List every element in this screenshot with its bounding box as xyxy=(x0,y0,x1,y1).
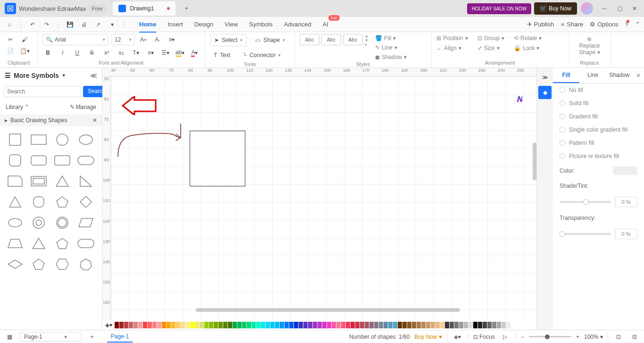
color-swatch[interactable] xyxy=(435,322,440,328)
maximize-button[interactable]: ▢ xyxy=(612,2,627,15)
color-swatch[interactable] xyxy=(497,322,501,328)
font-select[interactable]: 🔍Arial▾ xyxy=(42,34,109,45)
shape-right-triangle[interactable] xyxy=(76,174,95,189)
print-button[interactable]: 🖨 xyxy=(78,19,90,30)
line-dropdown[interactable]: ✎Line▾ xyxy=(375,43,407,52)
rectangle-shape[interactable] xyxy=(190,131,245,186)
color-swatch[interactable] xyxy=(256,322,260,328)
redo-button[interactable]: ↷ xyxy=(41,19,52,30)
shape-triangle[interactable] xyxy=(53,174,72,189)
paste-button[interactable]: 📋▾ xyxy=(19,45,30,57)
color-swatch[interactable] xyxy=(351,322,355,328)
shape-frame[interactable] xyxy=(29,174,48,189)
line-tab[interactable]: Line xyxy=(579,68,606,83)
style-preset[interactable]: Abc xyxy=(300,34,319,45)
holiday-sale-button[interactable]: HOLIDAY SALE ON NOW xyxy=(467,3,531,14)
color-swatch[interactable] xyxy=(266,322,270,328)
shape-ellipse[interactable] xyxy=(76,132,95,147)
color-swatch[interactable] xyxy=(209,322,213,328)
color-swatch[interactable] xyxy=(119,322,124,328)
color-swatch[interactable] xyxy=(214,322,218,328)
color-swatch[interactable] xyxy=(129,322,133,328)
color-swatch[interactable] xyxy=(148,322,152,328)
color-swatch[interactable] xyxy=(360,322,364,328)
shape-stadium[interactable] xyxy=(76,236,95,251)
close-shapes-icon[interactable]: ✕ xyxy=(92,117,97,124)
color-swatch[interactable] xyxy=(384,322,388,328)
gradient-fill-option[interactable]: Gradient fill xyxy=(553,110,644,123)
fit-width-button[interactable]: ⊟ xyxy=(629,331,640,343)
zoom-in[interactable]: + xyxy=(576,334,579,340)
select-tool[interactable]: ➤Select▾ xyxy=(210,34,247,46)
page-tab[interactable]: Page-1 xyxy=(107,331,133,343)
color-swatch[interactable] xyxy=(190,322,194,328)
color-swatch[interactable] xyxy=(303,322,308,328)
color-swatch[interactable] xyxy=(313,322,317,328)
color-swatch[interactable] xyxy=(365,322,369,328)
curve-shape[interactable] xyxy=(116,124,186,161)
list-button[interactable]: ☰▾ xyxy=(160,47,171,59)
collapse-ribbon-button[interactable]: ⌃ xyxy=(635,21,640,28)
color-swatch[interactable] xyxy=(459,322,463,328)
shape-rounded-rect2[interactable] xyxy=(53,153,72,168)
color-swatch[interactable] xyxy=(157,322,161,328)
shadow-tab[interactable]: Shadow xyxy=(606,68,633,83)
color-swatch[interactable] xyxy=(492,322,496,328)
shape-rounded-sq[interactable] xyxy=(6,153,25,168)
focus-button[interactable]: ⊡ Focus xyxy=(473,334,495,340)
color-swatch[interactable] xyxy=(270,322,275,328)
minimize-button[interactable]: ─ xyxy=(597,2,612,15)
connector-tool[interactable]: └Connector▾ xyxy=(239,49,284,61)
color-swatch[interactable] xyxy=(431,322,435,328)
zoom-value[interactable]: 100% ▾ xyxy=(584,334,603,340)
decrease-font-button[interactable]: A- xyxy=(152,34,163,45)
color-swatch[interactable] xyxy=(124,322,128,328)
color-swatch[interactable] xyxy=(308,322,312,328)
color-swatch[interactable] xyxy=(204,322,209,328)
fill-panel-icon[interactable]: ◆ xyxy=(538,86,552,99)
color-swatch[interactable] xyxy=(506,322,510,328)
shape-pentagon[interactable] xyxy=(53,194,72,209)
collapse-left-icon[interactable]: ≪ xyxy=(90,72,97,79)
replace-shape-button[interactable]: Replace Shape xyxy=(579,42,600,56)
canvas[interactable]: 𝙉 xyxy=(111,76,536,320)
color-swatch[interactable] xyxy=(336,322,341,328)
color-swatch[interactable] xyxy=(233,322,237,328)
strikethrough-button[interactable]: S xyxy=(86,47,97,59)
color-swatch[interactable] xyxy=(332,322,336,328)
color-swatch[interactable] xyxy=(176,322,180,328)
color-swatch[interactable] xyxy=(322,322,326,328)
style-preset[interactable]: Abc xyxy=(321,34,341,45)
avatar[interactable] xyxy=(581,2,593,15)
shade-slider[interactable] xyxy=(560,201,611,203)
font-size-select[interactable]: 12▾ xyxy=(111,34,135,45)
color-swatch[interactable] xyxy=(374,322,378,328)
horizontal-scrollbar[interactable] xyxy=(196,308,460,312)
shape-hexagon[interactable] xyxy=(53,257,72,272)
shape-rect[interactable] xyxy=(29,132,48,147)
increase-font-button[interactable]: A+ xyxy=(138,34,149,45)
close-panel-button[interactable]: ✕ xyxy=(633,68,644,83)
publish-button[interactable]: ✈Publish xyxy=(527,21,554,28)
color-swatch[interactable] xyxy=(284,322,289,328)
shapes-section-header[interactable]: ▸ Basic Drawing Shapes✕ xyxy=(0,114,102,126)
color-swatch[interactable] xyxy=(251,322,256,328)
fit-page-button[interactable]: ⊡ xyxy=(613,331,624,343)
shape-pentagon2[interactable] xyxy=(53,236,72,251)
color-swatch[interactable] xyxy=(171,322,176,328)
layers-icon[interactable]: ◈▾ xyxy=(452,331,463,343)
library-label[interactable]: Library ⌃ xyxy=(6,104,29,110)
pattern-fill-option[interactable]: Pattern fill xyxy=(553,136,644,150)
shape-rounded-rect[interactable] xyxy=(29,153,48,168)
shape-parallelogram[interactable] xyxy=(76,215,95,230)
color-swatch[interactable] xyxy=(200,322,204,328)
color-swatch[interactable] xyxy=(299,322,303,328)
no-fill-option[interactable]: No fill xyxy=(553,84,644,97)
save-button[interactable]: 💾 xyxy=(64,19,75,30)
transparency-slider[interactable] xyxy=(560,233,611,235)
bold-button[interactable]: B xyxy=(42,47,53,59)
color-swatch[interactable] xyxy=(379,322,383,328)
rotate-dropdown[interactable]: ⟲ Rotate▾ xyxy=(514,34,542,42)
zoom-out[interactable]: − xyxy=(521,334,524,340)
shape-oval[interactable] xyxy=(6,215,25,230)
